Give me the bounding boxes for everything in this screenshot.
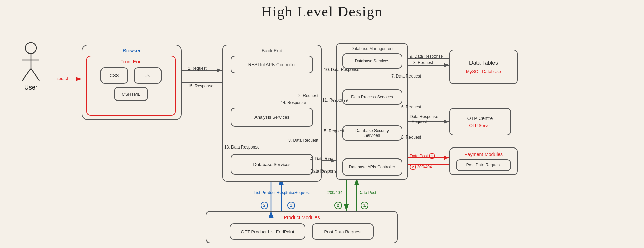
product-modules-inner: GET Product List EndPoint Post Data Requ… xyxy=(211,223,393,240)
payment-box: Payment Modules Post Data Request xyxy=(449,147,518,175)
diagram-container: High Level Design xyxy=(0,0,644,248)
css-box: CSS xyxy=(100,67,128,84)
db-services-top-label: Database Services xyxy=(355,59,390,63)
payment-subtitle: Post Data Request xyxy=(466,163,501,167)
circle1-blue: 1 xyxy=(287,202,295,209)
frontend-box: Front End CSS Js CSHTML xyxy=(86,56,176,116)
otp-box: OTP Centre OTP Server xyxy=(449,108,511,135)
product-modules-title: Product Modules xyxy=(284,215,320,220)
db-services-backend-label: Database Services xyxy=(253,162,290,167)
stick-figure xyxy=(19,41,43,82)
data-post1-label: Data Post 1 xyxy=(410,153,435,159)
page-title: High Level Design xyxy=(261,3,383,20)
payment-inner-box: Post Data Request xyxy=(456,159,511,171)
backend-box: Back End RESTful APIs Controller 14. Res… xyxy=(222,45,322,182)
browser-box: Browser Front End CSS Js CSHTML xyxy=(82,45,182,120)
db-services-top-box: Database Services xyxy=(342,53,402,69)
response9-label: 9. Data Response xyxy=(410,54,443,59)
interact-label: Interact xyxy=(54,76,68,81)
request8-label: 8. Request xyxy=(413,60,433,65)
data-tables-title: Data Tables xyxy=(469,60,498,66)
otp-title: OTP Centre xyxy=(467,116,493,121)
request2-label: 2. Request xyxy=(298,93,318,98)
restful-box: RESTful APIs Controller xyxy=(231,56,313,73)
data-post-green-label: Data Post xyxy=(358,190,377,195)
get-endpoint-box: GET Product List EndPoint xyxy=(230,223,305,240)
product-modules-area: Product Modules GET Product List EndPoin… xyxy=(206,211,398,243)
get-endpoint-label: GET Product List EndPoint xyxy=(241,229,294,234)
db-services-backend-box: Database Services xyxy=(231,154,313,175)
svg-line-35 xyxy=(22,69,31,81)
circle2-green: 2 xyxy=(334,202,342,209)
restful-label: RESTful APIs Controller xyxy=(248,62,296,67)
response10-label: 10. Data Response xyxy=(324,67,359,72)
svg-point-32 xyxy=(25,43,36,54)
data-tables-subtitle: MySQL Database xyxy=(466,69,501,74)
analysis-label: Analysis Services xyxy=(254,115,289,120)
data-response-otp-label: Data Response xyxy=(410,114,438,119)
db-security-label: Database Security Services xyxy=(347,128,397,138)
analysis-box: Analysis Services xyxy=(231,108,313,127)
js-box: Js xyxy=(134,67,162,84)
db-security-box: Database Security Services xyxy=(342,125,402,141)
response5b-label: 5. Request xyxy=(401,135,421,140)
payment-title: Payment Modules xyxy=(464,152,503,157)
js-label: Js xyxy=(146,73,150,78)
frontend-title: Front End xyxy=(91,59,171,64)
data-process-label: Data Process Services xyxy=(351,95,393,99)
circle1-green: 1 xyxy=(361,202,368,209)
product-modules-title-wrapper: Product Modules xyxy=(211,214,393,221)
data-process-box: Data Process Services xyxy=(342,89,402,105)
request7-label: 7. Data Request xyxy=(391,74,421,79)
response200-red-label: 2 200/404 xyxy=(410,164,432,170)
db-management-box: Database Management Database Services Da… xyxy=(336,43,408,180)
request-otp-label: Request xyxy=(412,119,427,124)
data-request-blue-label: Data Request xyxy=(285,190,310,195)
response15-label: 15. Response xyxy=(188,84,213,88)
request6-label: 6. Request xyxy=(401,105,421,109)
request4-label: 4. Data Request xyxy=(310,156,340,161)
db-apis-label: Database APIs Controller xyxy=(349,165,395,169)
svg-line-36 xyxy=(31,69,39,81)
response5-label: 5. Request xyxy=(324,129,344,133)
cshtml-box: CSHTML xyxy=(114,87,148,101)
response13-label: 13. Data Response xyxy=(224,145,260,150)
response200-green-label: 200/404 xyxy=(327,190,342,195)
data-response-bottom-label: Data Response xyxy=(310,169,339,174)
user-label: User xyxy=(10,84,51,91)
css-label: CSS xyxy=(110,73,119,78)
db-apis-box: Database APIs Controller xyxy=(342,158,402,176)
post-data-box: Post Data Request xyxy=(312,223,374,240)
backend-title: Back End xyxy=(227,48,317,54)
browser-title: Browser xyxy=(86,48,177,54)
cshtml-label: CSHTML xyxy=(122,92,140,97)
data-tables-box: Data Tables MySQL Database xyxy=(449,50,518,84)
user-area: User xyxy=(10,41,51,91)
request1-label: 1.Request xyxy=(188,66,207,71)
post-data-label: Post Data Request xyxy=(324,229,361,234)
circle2-blue: 2 xyxy=(261,202,268,209)
response11-label: 11. Response xyxy=(322,98,348,103)
request3-label: 3. Data Request xyxy=(288,138,318,143)
db-management-title: Database Management xyxy=(341,46,403,51)
response14-label: 14. Response xyxy=(281,100,306,105)
otp-subtitle: OTP Server xyxy=(469,123,491,128)
